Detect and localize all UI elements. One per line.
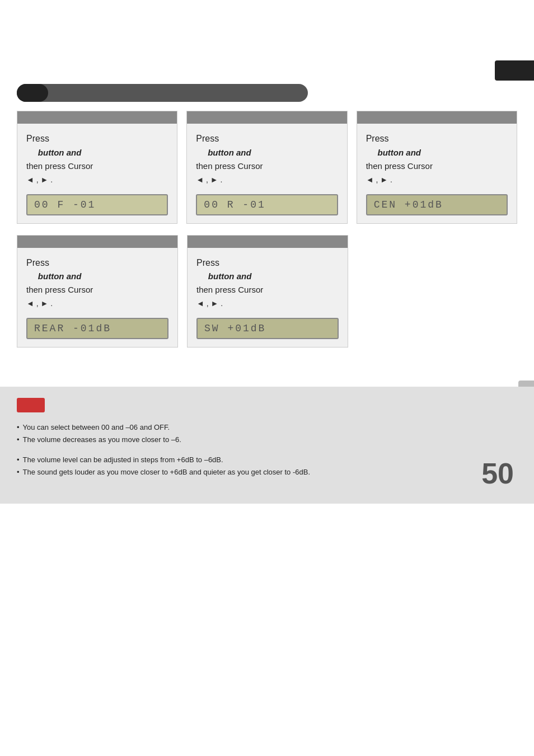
note-item-4: The sound gets louder as you move closer… — [17, 466, 517, 478]
press-text-2: Press button and then press Cursor ◄ , ►… — [196, 132, 338, 186]
lcd-display-2: 00 R -01 — [196, 194, 338, 215]
lcd-display-4: REAR -01dB — [26, 318, 168, 339]
lcd-display-3: CEN +01dB — [366, 194, 508, 215]
instruction-box-4: Press button and then press Cursor ◄ , ►… — [17, 235, 178, 348]
box-header-2 — [187, 111, 346, 124]
note-group-1: You can select between 00 and –06 and OF… — [17, 421, 517, 446]
box-content-1: Press button and then press Cursor ◄ , ►… — [17, 124, 177, 223]
note-item-3: The volume level can be adjusted in step… — [17, 454, 517, 466]
box-content-3: Press button and then press Cursor ◄ , ►… — [357, 124, 517, 223]
lcd-display-1: 00 F -01 — [26, 194, 168, 215]
box-header-4 — [17, 236, 177, 248]
box-content-5: Press button and then press Cursor ◄ , ►… — [188, 248, 348, 348]
box-header-3 — [357, 111, 517, 124]
press-text-5: Press button and then press Cursor ◄ , ►… — [196, 256, 339, 311]
note-group-2: The volume level can be adjusted in step… — [17, 454, 517, 478]
box-content-4: Press button and then press Cursor ◄ , ►… — [17, 248, 177, 348]
top-right-tab — [495, 60, 534, 81]
cursor-arrows-1: ◄ , ► . — [26, 175, 53, 184]
page-number: 50 — [481, 457, 514, 490]
note-badge — [17, 398, 45, 412]
instruction-box-3: Press button and then press Cursor ◄ , ►… — [357, 111, 517, 224]
instruction-box-1: Press button and then press Cursor ◄ , ►… — [17, 111, 177, 224]
note-item-1: You can select between 00 and –06 and OF… — [17, 421, 517, 434]
instruction-row-2: Press button and then press Cursor ◄ , ►… — [17, 235, 517, 348]
box-content-2: Press button and then press Cursor ◄ , ►… — [187, 124, 346, 223]
box-header-1 — [17, 111, 177, 124]
main-content: Press button and then press Cursor ◄ , ►… — [0, 0, 534, 370]
box-header-5 — [188, 236, 348, 248]
cursor-arrows-4: ◄ , ► . — [26, 299, 53, 308]
note-item-2: The volume decreases as you move closer … — [17, 434, 517, 446]
cursor-arrows-2: ◄ , ► . — [196, 175, 222, 184]
cursor-arrows-5: ◄ , ► . — [196, 299, 223, 308]
press-text-3: Press button and then press Cursor ◄ , ►… — [366, 132, 508, 186]
cursor-arrows-3: ◄ , ► . — [366, 175, 392, 184]
instruction-row-1: Press button and then press Cursor ◄ , ►… — [17, 111, 517, 224]
lcd-display-5: SW +01dB — [196, 318, 339, 339]
press-text-4: Press button and then press Cursor ◄ , ►… — [26, 256, 168, 311]
instruction-box-2: Press button and then press Cursor ◄ , ►… — [186, 111, 347, 224]
section-header — [17, 84, 517, 102]
instruction-box-5: Press button and then press Cursor ◄ , ►… — [187, 235, 348, 348]
section-pill — [17, 84, 48, 102]
section-header-bar — [17, 84, 308, 102]
press-text-1: Press button and then press Cursor ◄ , ►… — [26, 132, 168, 186]
note-section: You can select between 00 and –06 and OF… — [0, 387, 534, 503]
